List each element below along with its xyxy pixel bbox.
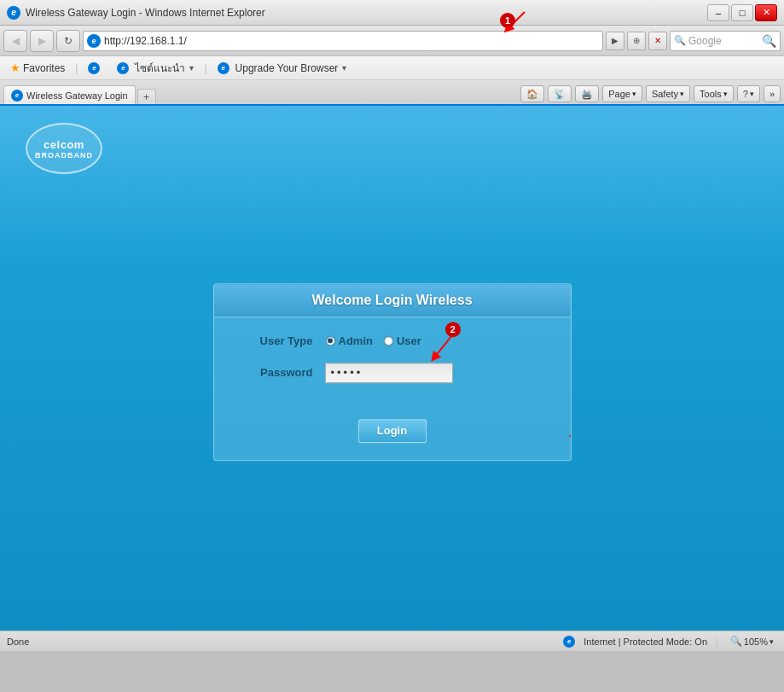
zoom-dropdown-icon[interactable]: ▾ <box>769 637 774 646</box>
admin-radio-item[interactable]: Admin <box>325 334 373 347</box>
window-title: Wireless Gateway Login - Windows Interne… <box>26 7 707 19</box>
toolbar-right: 🏠 📡 🖨️ Page ▾ Safety ▾ Tools ▾ ? ▾ » <box>520 85 781 102</box>
status-bar: Done e Internet | Protected Mode: On | 🔍… <box>0 631 784 651</box>
user-type-label: User Type <box>240 334 325 347</box>
annotation-2: 2 <box>445 322 461 337</box>
suggested-dropdown-icon[interactable]: ▾ <box>189 63 194 73</box>
back-button[interactable]: ◀ <box>3 30 27 52</box>
browser-icon: e <box>7 6 20 20</box>
celcom-name: celcom <box>44 138 84 151</box>
close-button[interactable]: ✕ <box>755 4 777 21</box>
user-label: User <box>397 334 421 347</box>
suggested-sites-item[interactable]: e ไซต์แนะนำ ▾ <box>113 58 197 78</box>
user-type-row: User Type Admin User <box>240 334 545 347</box>
suggested-sites-label: ไซต์แนะนำ <box>135 60 185 76</box>
ie-icon-1[interactable]: e <box>84 61 107 76</box>
broadband-name: BROADBAND <box>35 151 93 160</box>
celcom-logo: celcom BROADBAND <box>26 123 102 174</box>
safety-dropdown-icon: ▾ <box>680 90 684 98</box>
favorites-button[interactable]: ★ Favorites <box>7 60 68 76</box>
tools-menu-label: Tools <box>700 89 722 99</box>
tab-title: Wireless Gateway Login <box>26 90 128 101</box>
upgrade-browser-item[interactable]: e Upgrade Your Browser ▾ <box>214 61 351 76</box>
search-engine-icon: 🔍 <box>674 35 686 46</box>
user-radio-button[interactable] <box>383 335 394 346</box>
security-text: Internet | Protected Mode: On <box>584 637 707 647</box>
address-go-button[interactable]: ▶ <box>606 32 624 50</box>
window-controls: – □ ✕ <box>707 4 777 21</box>
address-bar[interactable]: e http://192.168.1.1/ 1 <box>83 31 603 51</box>
tab-page-icon: e <box>11 90 23 102</box>
radio-group: Admin User <box>325 334 421 347</box>
login-button[interactable]: Login <box>358 419 427 443</box>
separator-2: | <box>204 62 206 74</box>
zoom-icon: 🔍 <box>730 636 742 647</box>
password-label: Password <box>240 366 325 379</box>
active-tab[interactable]: e Wireless Gateway Login <box>3 85 136 104</box>
zoom-control[interactable]: 🔍 105% ▾ <box>727 635 777 648</box>
forward-button[interactable]: ▶ <box>30 30 54 52</box>
status-ie-icon: e <box>563 636 575 648</box>
star-icon: ★ <box>10 61 20 74</box>
help-menu-label: ? <box>743 89 748 99</box>
maximize-button[interactable]: □ <box>731 4 753 21</box>
page-menu-label: Page <box>608 89 630 99</box>
home-button[interactable]: 🏠 <box>520 85 544 102</box>
search-submit-icon[interactable]: 🔍 <box>762 34 776 48</box>
user-radio-item[interactable]: User <box>383 334 421 347</box>
help-menu-button[interactable]: ? ▾ <box>737 85 760 102</box>
safety-menu-label: Safety <box>652 89 678 99</box>
status-text: Done <box>7 637 563 647</box>
login-box: Welcome Login Wireless User Type Admin U… <box>213 283 572 461</box>
favorites-label: Favorites <box>23 62 65 74</box>
rss-toolbar-button[interactable]: 📡 <box>548 85 572 102</box>
admin-radio-button[interactable] <box>325 335 336 346</box>
page-icon: e <box>87 34 101 48</box>
tools-menu-button[interactable]: Tools ▾ <box>694 85 734 102</box>
stop-button[interactable]: ✕ <box>648 32 667 50</box>
password-value <box>325 363 453 383</box>
rss-button[interactable]: ⊕ <box>627 32 646 50</box>
login-footer: Login <box>214 419 571 460</box>
refresh-button[interactable]: ↻ <box>56 30 80 52</box>
zoom-separator: | <box>716 637 718 647</box>
help-dropdown-icon: ▾ <box>750 90 754 98</box>
svg-line-1 <box>434 336 451 358</box>
page-dropdown-icon: ▾ <box>632 90 636 98</box>
password-input[interactable] <box>325 363 453 383</box>
browser-content: celcom BROADBAND Welcome Login Wireless … <box>0 106 784 631</box>
upgrade-icon: e <box>218 62 229 74</box>
password-row: Password <box>240 363 545 383</box>
search-bar[interactable]: 🔍 Google 🔍 <box>670 31 781 51</box>
address-text: http://192.168.1.1/ <box>104 35 599 47</box>
fav-page-icon: e <box>88 62 100 74</box>
title-bar: e Wireless Gateway Login - Windows Inter… <box>0 0 784 26</box>
page-menu-button[interactable]: Page ▾ <box>602 85 642 102</box>
minimize-button[interactable]: – <box>707 4 729 21</box>
tools-dropdown-icon: ▾ <box>723 90 728 98</box>
print-button[interactable]: 🖨️ <box>575 85 599 102</box>
new-tab-button[interactable]: + <box>137 89 156 104</box>
more-tools-button[interactable]: » <box>764 85 781 102</box>
zoom-level: 105% <box>744 637 768 647</box>
status-right: e Internet | Protected Mode: On | 🔍 105%… <box>563 635 777 648</box>
search-input-placeholder: Google <box>688 35 762 47</box>
fav-page-icon-2: e <box>117 62 129 74</box>
safety-menu-button[interactable]: Safety ▾ <box>646 85 690 102</box>
admin-label: Admin <box>339 334 373 347</box>
login-body: User Type Admin User <box>214 317 571 419</box>
separator-1: | <box>75 62 78 74</box>
login-title: Welcome Login Wireless <box>214 284 571 317</box>
navigation-bar: ◀ ▶ ↻ e http://192.168.1.1/ 1 ▶ ⊕ ✕ 🔍 Go… <box>0 26 784 56</box>
tab-toolbar-row: e Wireless Gateway Login + 🏠 📡 🖨️ Page ▾… <box>0 80 784 106</box>
favorites-bar: ★ Favorites | e e ไซต์แนะนำ ▾ | e Upgrad… <box>0 56 784 80</box>
upgrade-dropdown-icon[interactable]: ▾ <box>342 63 346 73</box>
upgrade-label: Upgrade Your Browser <box>235 62 339 74</box>
